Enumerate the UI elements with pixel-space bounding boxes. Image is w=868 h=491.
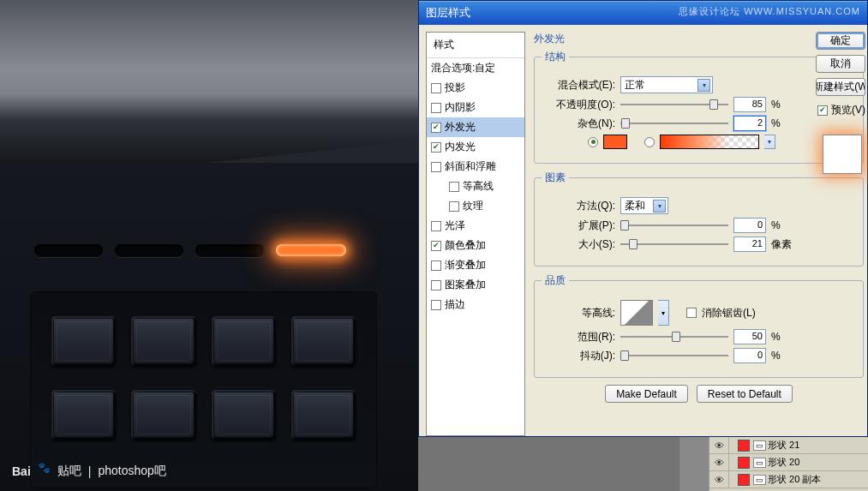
layer-thumb[interactable] (738, 440, 750, 452)
keypad-key (51, 390, 116, 440)
checkbox[interactable] (431, 300, 441, 310)
slider-thumb[interactable] (709, 99, 718, 110)
range-label: 范围(R): (542, 330, 615, 344)
preview-label: 预览(V) (831, 103, 865, 117)
layer-thumb[interactable] (738, 457, 750, 469)
reset-default-button[interactable]: Reset to Default (697, 385, 793, 403)
vector-mask-icon[interactable]: ▭ (753, 440, 766, 451)
slider-thumb[interactable] (629, 239, 638, 249)
checkbox[interactable]: ✔ (431, 241, 441, 251)
spread-input[interactable]: 0 (733, 218, 766, 233)
chevron-down-icon[interactable]: ▾ (764, 135, 775, 149)
glow-color-solid-radio[interactable] (588, 137, 598, 147)
gutter (679, 437, 709, 491)
checkbox[interactable] (431, 260, 441, 271)
range-slider[interactable] (620, 330, 728, 344)
chevron-down-icon[interactable]: ▾ (658, 300, 669, 326)
unit-percent: % (771, 117, 795, 129)
slider-thumb[interactable] (620, 220, 629, 231)
size-label: 大小(S): (542, 237, 615, 252)
noise-input[interactable]: 2 (733, 116, 766, 131)
opacity-slider[interactable] (620, 98, 728, 111)
checkbox[interactable] (431, 280, 441, 290)
size-input[interactable]: 21 (733, 237, 766, 252)
checkbox[interactable] (449, 182, 459, 192)
glow-color-gradient-radio[interactable] (644, 137, 655, 147)
style-row-texture[interactable]: 纹理 (427, 196, 524, 216)
checkbox[interactable] (431, 221, 441, 231)
checkbox[interactable]: ✔ (431, 123, 441, 133)
noise-slider[interactable] (620, 117, 728, 130)
size-slider[interactable] (620, 237, 728, 251)
keypad-key (51, 316, 116, 366)
jitter-input[interactable]: 0 (733, 348, 766, 363)
keypad-key (212, 390, 276, 440)
layer-name[interactable]: 形状 21 (768, 439, 799, 452)
preview-checkbox[interactable]: ✔ (817, 105, 828, 116)
style-row-outer-glow[interactable]: ✔外发光 (427, 117, 524, 137)
dialog-title: 图层样式 (426, 5, 470, 21)
visibility-icon[interactable]: 👁 (709, 475, 728, 485)
style-row-pattern-overlay[interactable]: 图案叠加 (427, 275, 524, 295)
chevron-down-icon[interactable]: ▾ (697, 79, 710, 92)
slider-thumb[interactable] (672, 332, 680, 342)
checkbox[interactable] (449, 201, 459, 212)
keypad-key (131, 316, 195, 366)
range-input[interactable]: 50 (733, 329, 766, 344)
new-style-button[interactable]: 新建样式(W (816, 78, 865, 96)
vector-mask-icon[interactable]: ▭ (753, 475, 766, 485)
style-row-gradient-overlay[interactable]: 渐变叠加 (427, 255, 524, 275)
layer-name[interactable]: 形状 20 (768, 456, 799, 469)
style-row-satin[interactable]: 光泽 (427, 216, 524, 236)
glow-gradient-swatch[interactable] (660, 135, 759, 149)
layer-row[interactable]: 👁 ▭ 形状 21 (709, 437, 868, 454)
blending-options-row[interactable]: 混合选项:自定 (427, 58, 524, 78)
spread-slider[interactable] (620, 219, 728, 232)
technique-dropdown[interactable]: 柔和▾ (620, 197, 668, 214)
antialias-label: 消除锯齿(L) (702, 306, 756, 320)
checkbox[interactable]: ✔ (431, 142, 441, 153)
jitter-slider[interactable] (620, 349, 728, 362)
style-row-bevel[interactable]: 斜面和浮雕 (427, 157, 524, 177)
glow-color-swatch[interactable] (603, 135, 627, 149)
brand-suffix: 贴吧 (57, 464, 81, 479)
layer-row[interactable]: 👁 ▭ 形状 20 副本 (709, 471, 868, 488)
slider-thumb[interactable] (621, 118, 630, 129)
chevron-down-icon[interactable]: ▾ (653, 200, 666, 213)
opacity-input[interactable]: 85 (733, 97, 766, 112)
slider-thumb[interactable] (620, 350, 629, 361)
style-row-stroke[interactable]: 描边 (427, 295, 524, 314)
indicator-row (34, 244, 346, 257)
keypad (30, 291, 377, 488)
forum-name: photoshop吧 (98, 464, 165, 479)
contour-picker[interactable] (620, 300, 653, 326)
style-row-contour[interactable]: 等高线 (427, 177, 524, 196)
style-row-drop-shadow[interactable]: 投影 (427, 78, 524, 98)
vector-mask-icon[interactable]: ▭ (753, 458, 766, 468)
layer-name[interactable]: 形状 20 副本 (768, 473, 821, 486)
dialog-titlebar[interactable]: 图层样式 思缘设计论坛 WWW.MISSYUAN.COM (419, 1, 867, 25)
unit-px: 像素 (771, 237, 795, 252)
keypad-key (291, 316, 356, 366)
vent-slot (115, 244, 183, 257)
style-row-inner-shadow[interactable]: 内阴影 (427, 98, 524, 117)
checkbox[interactable] (431, 103, 441, 113)
keypad-key (131, 390, 195, 440)
layer-row[interactable]: 👁 ▭ 形状 20 (709, 454, 868, 471)
blend-mode-dropdown[interactable]: 正常▾ (620, 76, 713, 93)
antialias-checkbox[interactable] (686, 308, 697, 318)
visibility-icon[interactable]: 👁 (709, 440, 728, 451)
style-row-inner-glow[interactable]: ✔内发光 (427, 137, 524, 157)
visibility-icon[interactable]: 👁 (709, 458, 728, 468)
checkbox[interactable] (431, 83, 441, 93)
make-default-button[interactable]: Make Default (605, 385, 688, 403)
cancel-button[interactable]: 取消 (816, 55, 865, 73)
paw-icon: 🐾 (38, 462, 51, 474)
layer-thumb[interactable] (738, 474, 750, 486)
ok-button[interactable]: 确定 (816, 32, 865, 50)
quality-group: 品质 等高线: ▾ 消除锯齿(L) 范围(R): 50 % 抖动(J): (534, 273, 864, 378)
checkbox[interactable] (431, 162, 441, 172)
noise-label: 杂色(N): (542, 117, 615, 131)
styles-header[interactable]: 样式 (427, 33, 524, 58)
style-row-color-overlay[interactable]: ✔颜色叠加 (427, 236, 524, 255)
